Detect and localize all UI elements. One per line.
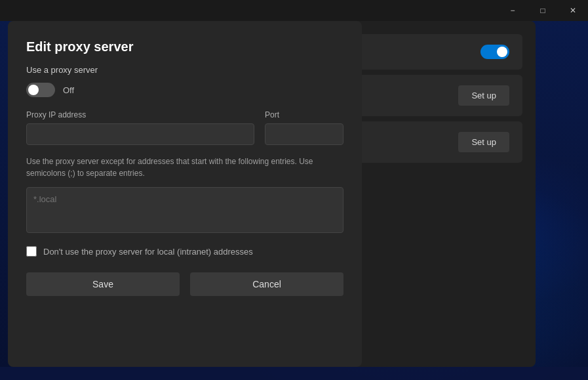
taskbar — [0, 367, 588, 380]
port-group: Port — [265, 110, 343, 145]
exceptions-hint: Use the proxy server except for addresse… — [26, 156, 343, 179]
local-checkbox-row: Don't use the proxy server for local (in… — [26, 246, 343, 257]
toggle-knob — [497, 47, 507, 57]
proxy-enable-track[interactable] — [26, 83, 55, 97]
exceptions-textarea[interactable] — [26, 187, 343, 233]
toggle-track[interactable] — [480, 45, 509, 59]
dialog-title: Edit proxy server — [26, 39, 343, 54]
local-intranet-checkbox[interactable] — [26, 246, 37, 257]
proxy-enable-toggle[interactable] — [26, 83, 55, 97]
proxy-toggle-switch[interactable] — [480, 45, 509, 59]
dialog-footer: Save Cancel — [26, 272, 343, 296]
port-input[interactable] — [265, 123, 343, 145]
proxy-ip-input[interactable] — [26, 123, 254, 145]
window-titlebar: − □ ✕ — [0, 0, 588, 21]
maximize-button[interactable]: □ — [528, 0, 558, 21]
edit-proxy-dialog: Edit proxy server Use a proxy server Off… — [8, 21, 362, 367]
port-label: Port — [265, 110, 343, 119]
proxy-toggle-off-label: Off — [63, 85, 74, 95]
proxy-ip-port-row: Proxy IP address Port — [26, 110, 343, 145]
setup-button-2[interactable]: Set up — [458, 132, 509, 152]
local-intranet-label: Don't use the proxy server for local (in… — [43, 247, 253, 257]
titlebar-buttons: − □ ✕ — [498, 0, 588, 21]
save-button[interactable]: Save — [26, 272, 180, 296]
proxy-enable-knob — [28, 85, 39, 95]
minimize-button[interactable]: − — [498, 0, 528, 21]
proxy-ip-group: Proxy IP address — [26, 110, 254, 145]
cancel-button[interactable]: Cancel — [190, 272, 343, 296]
use-proxy-label: Use a proxy server — [26, 65, 343, 75]
proxy-enable-toggle-row: Off — [26, 83, 343, 97]
close-button[interactable]: ✕ — [558, 0, 588, 21]
setup-button-1[interactable]: Set up — [458, 85, 509, 106]
proxy-ip-label: Proxy IP address — [26, 110, 254, 119]
